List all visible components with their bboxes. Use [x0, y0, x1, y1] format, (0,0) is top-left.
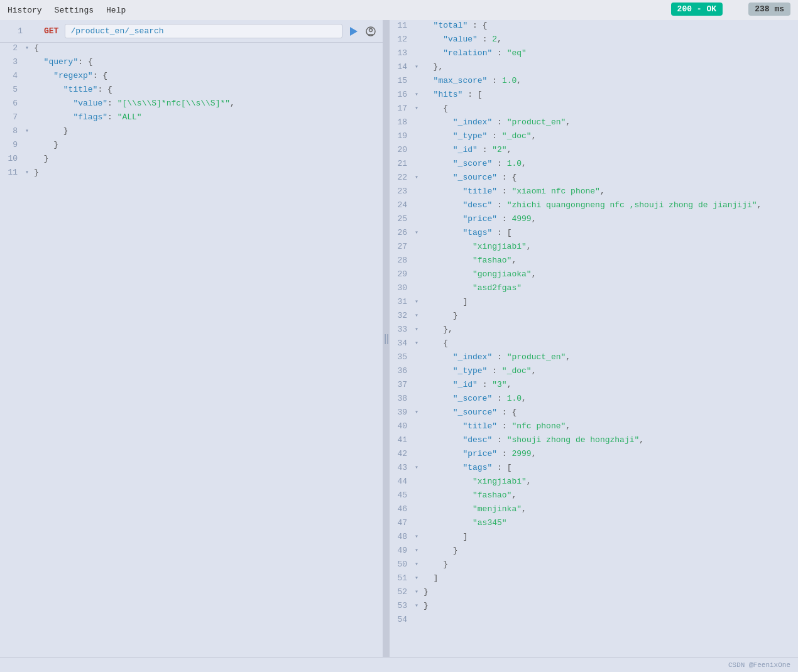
footer: CSDN @FeenixOne: [0, 657, 798, 672]
line-num-1: 1: [5, 26, 28, 36]
code-line: 36 "_type" : "_doc",: [390, 366, 798, 379]
code-line: 54: [390, 614, 798, 628]
code-line: 30 "asd2fgas": [390, 283, 798, 296]
code-line: 11 "total" : {: [390, 20, 798, 34]
code-line: 2 ▾ {: [0, 43, 383, 57]
code-line: 47 "as345": [390, 518, 798, 531]
code-line: 31 ▾ ]: [390, 296, 798, 310]
menu-help[interactable]: Help: [106, 6, 126, 15]
code-line: 22 ▾ "_source" : {: [390, 172, 798, 186]
code-line: 41 "desc" : "shouji zhong de hongzhaji",: [390, 435, 798, 448]
code-line: 3 "query": {: [0, 57, 383, 70]
code-line: 10 }: [0, 153, 383, 167]
code-line: 48 ▾ ]: [390, 531, 798, 545]
code-line: 33 ▾ },: [390, 324, 798, 338]
code-line: 25 "price" : 4999,: [390, 214, 798, 227]
main-area: 1 GET 2 ▾ {: [0, 20, 798, 657]
save-icon[interactable]: [364, 24, 378, 38]
code-line: 28 "fashao",: [390, 255, 798, 269]
menu-bar: History Settings Help 200 - OK 238 ms: [0, 0, 798, 20]
panel-divider[interactable]: ‖: [383, 20, 390, 657]
code-line: 39 ▾ "_source" : {: [390, 407, 798, 421]
status-badge: 200 - OK: [671, 3, 723, 16]
code-line: 14 ▾ },: [390, 62, 798, 75]
code-line: 19 "_type" : "_doc",: [390, 131, 798, 144]
code-line: 32 ▾ }: [390, 310, 798, 324]
request-editor[interactable]: 2 ▾ { 3 "query": { 4 "regexp": { 5 "titl…: [0, 43, 383, 657]
code-line: 26 ▾ "tags" : [: [390, 227, 798, 241]
method-label: GET: [44, 26, 58, 36]
code-line: 37 "_id" : "3",: [390, 379, 798, 393]
code-line: 35 "_index" : "product_en",: [390, 352, 798, 366]
code-line: 4 "regexp": {: [0, 70, 383, 84]
code-line: 27 "xingjiabi",: [390, 241, 798, 255]
code-line: 52 ▾ }: [390, 587, 798, 600]
url-bar: 1 GET: [0, 20, 383, 43]
code-line: 43 ▾ "tags" : [: [390, 462, 798, 476]
code-line: 49 ▾ }: [390, 545, 798, 559]
left-panel: 1 GET 2 ▾ {: [0, 20, 383, 657]
svg-marker-0: [350, 27, 358, 36]
url-input[interactable]: [65, 24, 342, 38]
code-line: 16 ▾ "hits" : [: [390, 89, 798, 103]
right-panel: 11 "total" : { 12 "value" : 2, 13 "relat…: [390, 20, 798, 657]
code-line: 29 "gongjiaoka",: [390, 269, 798, 283]
response-editor: 11 "total" : { 12 "value" : 2, 13 "relat…: [390, 20, 798, 657]
menu-history[interactable]: History: [8, 6, 42, 15]
code-line: 24 "desc" : "zhichi quangongneng nfc ,sh…: [390, 200, 798, 214]
code-line: 44 "xingjiabi",: [390, 476, 798, 490]
code-line: 50 ▾ }: [390, 559, 798, 573]
code-line: 12 "value" : 2,: [390, 34, 798, 48]
code-line: 53 ▾ }: [390, 600, 798, 614]
code-line: 23 "title" : "xiaomi nfc phone",: [390, 186, 798, 200]
svg-point-1: [369, 28, 373, 31]
code-line: 8 ▾ }: [0, 126, 383, 139]
code-line: 40 "title" : "nfc phone",: [390, 421, 798, 435]
code-line: 42 "price" : 2999,: [390, 448, 798, 462]
code-line: 15 "max_score" : 1.0,: [390, 75, 798, 89]
code-line: 13 "relation" : "eq": [390, 48, 798, 62]
code-line: 20 "_id" : "2",: [390, 144, 798, 158]
time-badge: 238 ms: [748, 3, 790, 16]
code-line: 34 ▾ {: [390, 338, 798, 352]
menu-settings[interactable]: Settings: [55, 6, 94, 15]
code-line: 18 "_index" : "product_en",: [390, 117, 798, 131]
footer-credit: CSDN @FeenixOne: [728, 661, 790, 669]
code-line: 5 "title": {: [0, 84, 383, 98]
code-line: 9 }: [0, 139, 383, 153]
code-line: 17 ▾ {: [390, 103, 798, 117]
code-line: 6 "value": "[\\s\\S]*nfc[\\s\\S]*",: [0, 98, 383, 112]
code-line: 51 ▾ ]: [390, 573, 798, 587]
code-line: 38 "_score" : 1.0,: [390, 393, 798, 407]
code-line: 11 ▾ }: [0, 167, 383, 181]
code-line: 21 "_score" : 1.0,: [390, 158, 798, 172]
code-line: 46 "menjinka",: [390, 504, 798, 518]
run-icon[interactable]: [346, 24, 360, 38]
code-line: 7 "flags": "ALL": [0, 112, 383, 126]
code-line: 45 "fashao",: [390, 490, 798, 504]
